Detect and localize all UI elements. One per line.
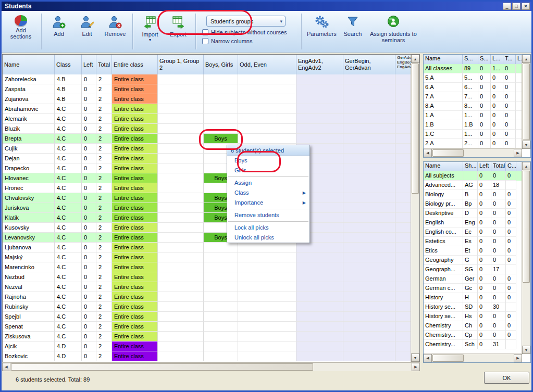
subject-row[interactable]: Geograph...SG017 (424, 265, 522, 274)
class-row[interactable]: 2.A2...000 (424, 139, 522, 148)
cell-class[interactable]: 4.C (55, 252, 82, 262)
cell-name[interactable]: Ljubanova (3, 243, 55, 252)
cell-group[interactable] (158, 292, 204, 302)
cell-gerbegin[interactable] (343, 173, 395, 183)
menu-item-unlock-all-picks[interactable]: Unlock all picks (227, 233, 309, 243)
cell[interactable]: 0 (503, 92, 516, 102)
scroll-left-button[interactable]: ◀ (424, 354, 432, 362)
cell[interactable]: 0 (491, 237, 506, 246)
column-header[interactable]: EngAdv1, EngAdv2 (296, 55, 343, 74)
cell[interactable]: B (463, 190, 478, 199)
cell-class[interactable]: 4.C (55, 332, 82, 342)
cell[interactable]: D (463, 209, 478, 218)
cell-group[interactable] (158, 144, 204, 154)
table-row[interactable]: Chvalovsky4.C02Entire classBoys (3, 193, 411, 203)
cell[interactable]: 0 (491, 73, 503, 83)
cell[interactable]: SD (463, 302, 478, 312)
cell-name[interactable]: Marencinko (3, 262, 55, 272)
hide-subjects-checkbox[interactable]: Hide subjects without courses (202, 29, 287, 35)
cell[interactable]: Ch (463, 321, 478, 331)
column-header[interactable]: Boys, Girls (204, 55, 238, 74)
cell[interactable]: German c... (424, 284, 463, 293)
column-header[interactable]: T... (503, 55, 516, 64)
cell-group[interactable] (158, 243, 204, 252)
cell[interactable]: Eng (463, 218, 478, 227)
cell-entire-class[interactable]: Entire class (112, 332, 158, 342)
cell-left[interactable]: 0 (82, 163, 96, 173)
cell-name[interactable]: Drapecko (3, 163, 55, 173)
cell[interactable]: 0 (491, 199, 506, 209)
menu-item-remove-students[interactable]: Remove students (227, 210, 309, 220)
cell-geradv[interactable] (395, 342, 411, 351)
cell-boys-girls[interactable] (204, 74, 238, 84)
cell[interactable]: 0 (491, 274, 506, 284)
cell-geradv[interactable] (395, 104, 411, 114)
cell-odd-even[interactable] (238, 252, 296, 262)
cell-class[interactable]: 4.C (55, 262, 82, 272)
cell-gerbegin[interactable] (343, 114, 395, 124)
cell[interactable]: 0 (478, 274, 491, 284)
column-header[interactable]: Name (424, 162, 463, 171)
cell-geradv[interactable] (395, 252, 411, 262)
cell-total[interactable]: 2 (96, 124, 112, 134)
cell-name[interactable]: Ziskusova (3, 332, 55, 342)
cell-gerbegin[interactable] (343, 74, 395, 84)
table-row[interactable]: Marencinko4.C02Entire class (3, 262, 411, 272)
cell-group[interactable] (158, 74, 204, 84)
cell-odd-even[interactable] (238, 84, 296, 94)
cell[interactable]: 0 (503, 73, 516, 83)
cell[interactable]: 6... (463, 83, 478, 92)
cell-total[interactable]: 2 (96, 243, 112, 252)
scrollbar-thumb[interactable] (432, 149, 464, 157)
cell-geradv[interactable] (395, 144, 411, 154)
cell-gerbegin[interactable] (343, 223, 395, 233)
cell[interactable]: 0 (506, 312, 516, 321)
cell-entire-class[interactable]: Entire class (112, 252, 158, 262)
cell-geradv[interactable] (395, 183, 411, 193)
export-button[interactable]: Export (164, 14, 192, 39)
cell-class[interactable]: 4.C (55, 292, 82, 302)
column-header[interactable]: Group 1, Group 2 (158, 55, 204, 74)
cell-odd-even[interactable] (238, 351, 296, 361)
cell[interactable]: 17 (491, 265, 506, 274)
scroll-up-button[interactable]: ▲ (411, 55, 419, 63)
cell[interactable]: 0 (506, 199, 516, 209)
cell-gerbegin[interactable] (343, 312, 395, 322)
cell[interactable]: 0 (491, 331, 506, 340)
cell-odd-even[interactable] (238, 104, 296, 114)
cell[interactable]: 0 (506, 171, 516, 181)
cell[interactable]: Hs (463, 312, 478, 321)
cell-geradv[interactable] (395, 233, 411, 243)
cell-name[interactable]: Majský (3, 252, 55, 262)
table-row[interactable]: Zujanova4.B02Entire class (3, 94, 411, 104)
cell[interactable]: 0 (506, 209, 516, 218)
cell-class[interactable]: 4.C (55, 243, 82, 252)
cell-gerbegin[interactable] (343, 104, 395, 114)
maximize-button[interactable]: □ (512, 3, 520, 10)
cell-gerbegin[interactable] (343, 322, 395, 332)
cell-class[interactable]: 4.C (55, 163, 82, 173)
cell[interactable]: 0 (478, 312, 491, 321)
cell-group[interactable] (158, 312, 204, 322)
cell-entire-class[interactable]: Entire class (112, 144, 158, 154)
cell-group[interactable] (158, 282, 204, 292)
cell-left[interactable]: 0 (82, 213, 96, 223)
scroll-up-button[interactable]: ▲ (522, 55, 530, 63)
column-header[interactable]: S... (478, 55, 491, 64)
table-row[interactable]: Rajnoha4.C02Entire class (3, 292, 411, 302)
cell-boys-girls[interactable] (204, 262, 238, 272)
cell-engadv[interactable] (296, 332, 343, 342)
cell-geradv[interactable] (395, 163, 411, 173)
cell-geradv[interactable] (395, 223, 411, 233)
cell[interactable]: 0 (491, 139, 503, 148)
cell-left[interactable]: 0 (82, 243, 96, 252)
cell-geradv[interactable] (395, 114, 411, 124)
cell[interactable]: 0 (478, 227, 491, 237)
subject-row[interactable]: ChemistryCh000 (424, 321, 522, 331)
cell[interactable]: History se... (424, 312, 463, 321)
cell-odd-even[interactable] (238, 272, 296, 282)
cell[interactable]: 0 (478, 246, 491, 256)
column-header[interactable]: Name (424, 55, 463, 64)
cell-boys-girls[interactable] (204, 243, 238, 252)
cell-gerbegin[interactable] (343, 302, 395, 312)
